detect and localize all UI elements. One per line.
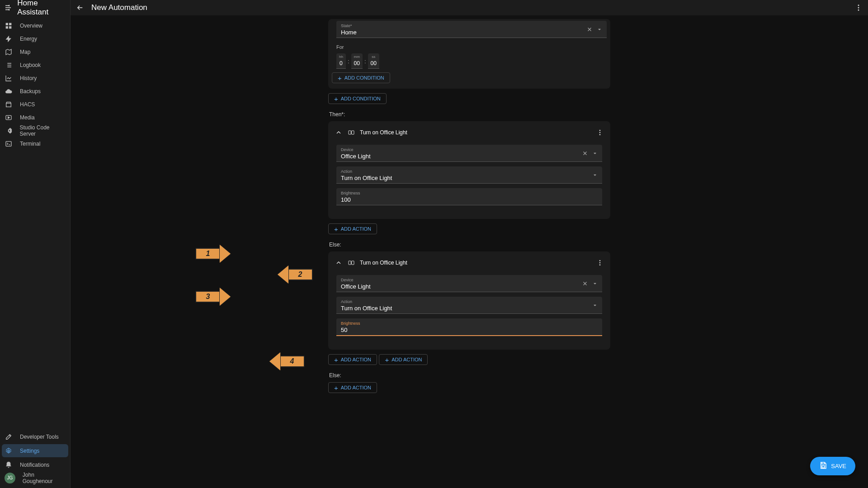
hammer-icon (5, 433, 13, 441)
gear-icon (5, 447, 13, 455)
sidebar-item-label: HACS (20, 101, 35, 108)
sidebar-item-hacs[interactable]: HACS (0, 98, 70, 111)
sidebar-item-user[interactable]: JGJohn Goughenour (0, 471, 70, 484)
dropdown-icon[interactable] (591, 280, 599, 287)
brightness-input[interactable]: Brightness 100 (336, 188, 602, 205)
dropdown-icon[interactable] (591, 302, 599, 309)
sidebar-item-map[interactable]: Map (0, 45, 70, 58)
save-button[interactable]: SAVE (810, 457, 855, 475)
add-condition-inner-button[interactable]: +ADD CONDITION (332, 72, 390, 83)
dropdown-icon[interactable] (596, 26, 603, 33)
minutes-input[interactable]: mm00 (351, 53, 363, 69)
plus-icon: + (334, 357, 338, 362)
sidebar-item-label: Backups (20, 88, 41, 95)
hours-input[interactable]: hh0 (336, 53, 346, 69)
clear-icon[interactable] (586, 26, 593, 33)
svg-rect-4 (6, 103, 11, 107)
action-title: Turn on Office Light (360, 129, 407, 136)
sidebar-item-label: Terminal (20, 141, 40, 147)
svg-rect-11 (349, 131, 351, 134)
save-label: SAVE (831, 463, 846, 469)
plus-icon: + (334, 227, 338, 232)
sidebar-item-logbook[interactable]: Logbook (0, 58, 70, 71)
main-content: State* Home For hh0 : mm00 : ss00 (71, 15, 868, 488)
seconds-input[interactable]: ss00 (368, 53, 379, 69)
else-label: Else: (329, 242, 610, 248)
sidebar-item-studio[interactable]: Studio Code Server (0, 124, 70, 137)
dropdown-icon[interactable] (591, 171, 599, 179)
svg-point-15 (599, 134, 600, 135)
svg-rect-16 (349, 261, 351, 265)
svg-rect-0 (6, 23, 8, 25)
sidebar-item-energy[interactable]: Energy (0, 32, 70, 45)
brightness-input[interactable]: Brightness 50 (336, 318, 602, 336)
state-input[interactable]: State* Home (336, 21, 607, 38)
input-label: State* (341, 24, 602, 28)
more-icon[interactable] (596, 259, 604, 267)
device-select[interactable]: Device Office Light (336, 275, 602, 292)
svg-rect-6 (6, 141, 11, 146)
code-icon (5, 127, 12, 135)
map-icon (5, 48, 13, 56)
sidebar-item-history[interactable]: History (0, 71, 70, 85)
automation-editor: State* Home For hh0 : mm00 : ss00 (325, 15, 614, 411)
sidebar-item-overview[interactable]: Overview (0, 19, 70, 32)
store-icon (5, 100, 13, 109)
device-icon (347, 128, 355, 137)
avatar: JG (5, 473, 15, 483)
chevron-up-icon[interactable] (335, 128, 343, 137)
plus-icon: + (334, 96, 338, 101)
sidebar-item-label: Media (20, 114, 35, 121)
svg-point-7 (8, 450, 9, 452)
svg-rect-12 (352, 131, 354, 134)
sidebar-item-settings[interactable]: Settings (2, 444, 68, 457)
svg-point-18 (599, 260, 600, 261)
sidebar-item-terminal[interactable]: Terminal (0, 137, 70, 150)
sidebar-item-label: John Goughenour (23, 472, 66, 484)
clear-icon[interactable] (581, 150, 589, 157)
plus-icon: + (338, 76, 342, 81)
sidebar-item-label: Settings (20, 448, 39, 454)
action-select[interactable]: Action Turn on Office Light (336, 297, 602, 314)
then-action-card: Turn on Office Light Device Office Light… (328, 121, 610, 219)
else-outer-label: Else: (329, 372, 610, 379)
add-action-else-inner-button[interactable]: +ADD ACTION (328, 354, 377, 365)
add-condition-button[interactable]: +ADD CONDITION (328, 93, 387, 104)
add-action-outer-button[interactable]: +ADD ACTION (328, 382, 377, 393)
svg-rect-1 (9, 23, 11, 25)
menu-icon[interactable] (4, 3, 13, 13)
device-select[interactable]: Device Office Light (336, 145, 602, 162)
sidebar-item-label: History (20, 75, 37, 81)
action-select[interactable]: Action Turn on Office Light (336, 166, 602, 184)
svg-point-10 (858, 9, 859, 10)
overflow-menu-icon[interactable] (854, 4, 863, 12)
add-action-then-button[interactable]: +ADD ACTION (328, 223, 377, 234)
sidebar-item-backups[interactable]: Backups (0, 85, 70, 98)
sidebar-header: Home Assistant (0, 0, 70, 15)
svg-point-13 (599, 130, 600, 131)
bolt-icon (5, 35, 13, 43)
more-icon[interactable] (596, 128, 604, 137)
sidebar-item-media[interactable]: Media (0, 111, 70, 124)
terminal-icon (5, 140, 13, 148)
action-header: Turn on Office Light (332, 127, 607, 141)
chevron-up-icon[interactable] (335, 259, 343, 267)
sidebar-item-devtools[interactable]: Developer Tools (0, 430, 70, 443)
sidebar-item-label: Developer Tools (20, 434, 59, 440)
plus-icon: + (385, 357, 389, 362)
add-action-else-button[interactable]: +ADD ACTION (379, 354, 428, 365)
back-icon[interactable] (76, 4, 84, 12)
svg-point-8 (858, 5, 859, 6)
svg-rect-3 (9, 26, 11, 28)
else-action-card: Turn on Office Light Device Office Light… (328, 251, 610, 350)
sidebar-item-notifications[interactable]: Notifications (0, 458, 70, 471)
svg-point-14 (599, 132, 600, 133)
sidebar-nav: Overview Energy Map Logbook History Back… (0, 15, 70, 430)
svg-point-9 (858, 7, 859, 8)
sidebar-item-label: Notifications (20, 462, 49, 468)
bell-icon (5, 461, 13, 469)
dropdown-icon[interactable] (591, 150, 599, 157)
sidebar-item-label: Studio Code Server (19, 124, 66, 137)
clear-icon[interactable] (581, 280, 589, 287)
condition-card: State* Home For hh0 : mm00 : ss00 (328, 19, 610, 89)
